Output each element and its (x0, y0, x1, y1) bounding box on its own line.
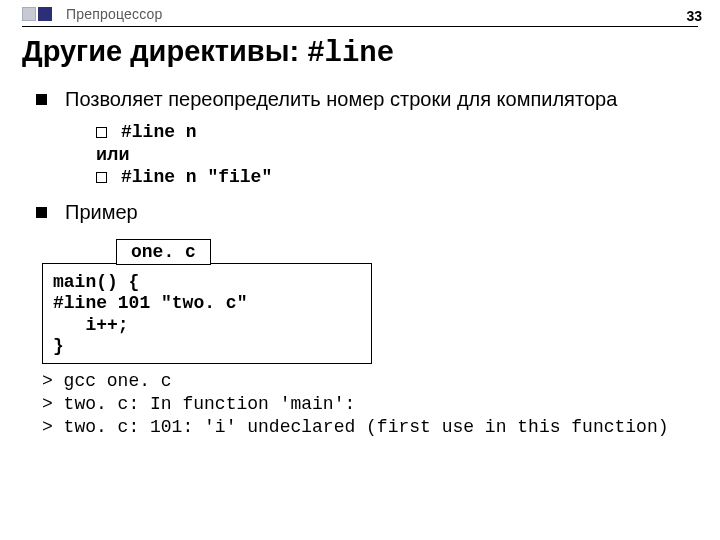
bullet-2-text: Пример (65, 201, 138, 225)
header-bar: Препроцессор (22, 6, 698, 22)
sub-list: #line n или #line n "file" (96, 122, 698, 187)
title-code: #line (307, 37, 394, 70)
divider (22, 26, 698, 27)
sub-item-1: #line n (96, 122, 698, 142)
content-area: Позволяет переопределить номер строки дл… (22, 88, 698, 439)
or-label: или (96, 144, 698, 165)
example-block: one. c main() { #line 101 "two. c" i++; … (42, 238, 698, 439)
square-bullet-icon (36, 94, 47, 105)
code-box: main() { #line 101 "two. c" i++; } (42, 263, 372, 364)
bullet-1-text: Позволяет переопределить номер строки дл… (65, 88, 617, 112)
square-bullet-icon (36, 207, 47, 218)
sub-item-2: #line n "file" (96, 167, 698, 187)
bullet-item-2: Пример (36, 201, 698, 225)
sub-2-code: #line n "file" (121, 167, 272, 187)
hollow-square-icon (96, 172, 107, 183)
deco-square-light (22, 7, 36, 21)
bullet-item-1: Позволяет переопределить номер строки дл… (36, 88, 698, 187)
terminal-output: > gcc one. c > two. c: In function 'main… (42, 370, 698, 439)
page-number: 33 (686, 8, 702, 24)
code-filename-tab: one. c (116, 239, 211, 265)
header-decoration (22, 7, 52, 21)
slide-title: Другие директивы: #line (22, 35, 698, 70)
sub-1-code: #line n (121, 122, 197, 142)
hollow-square-icon (96, 127, 107, 138)
title-text: Другие директивы: (22, 35, 307, 67)
deco-square-dark (38, 7, 52, 21)
breadcrumb: Препроцессор (66, 6, 163, 22)
